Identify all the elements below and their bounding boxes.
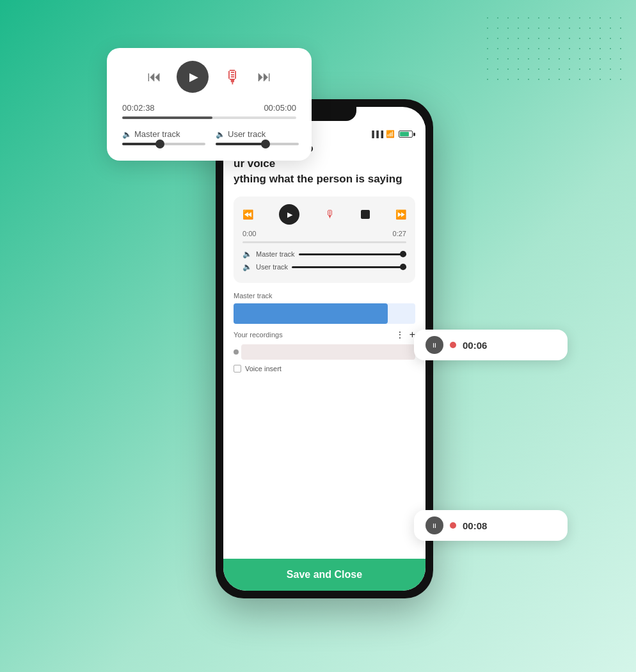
volume-icon-user: 🔈	[216, 130, 225, 139]
play-icon: ▶	[177, 61, 209, 93]
phone-content: following audio ur voice ything what the…	[223, 141, 425, 559]
recording-dot	[234, 349, 239, 355]
pause-icon-1: ⏸	[431, 342, 438, 349]
master-track-header: Master track	[234, 292, 415, 300]
mini-master-track: 🔈 Master track	[242, 250, 406, 259]
mini-rewind-button[interactable]: ⏪	[242, 209, 253, 220]
floating-player-card: ⏮ ▶ 🎙 ⏭ 00:02:38 00:05:00 🔈 Master tra	[107, 48, 312, 161]
mini-master-thumb	[400, 251, 406, 257]
recordings-row	[234, 344, 415, 360]
skip-forward-button[interactable]: ⏭	[257, 68, 271, 85]
pause-icon-2: ⏸	[431, 522, 438, 529]
mini-mic-button[interactable]: 🎙	[325, 209, 335, 220]
mini-stop-icon	[361, 210, 370, 219]
phone-screen: ▐▐▐ 📶 following audio ur voice ything wh…	[223, 107, 425, 591]
save-close-bar: Save and Close	[223, 559, 425, 591]
mini-controls: ⏪ ▶ 🎙 ⏩	[242, 204, 406, 225]
mini-forward-icon: ⏩	[395, 209, 406, 220]
user-slider-fill	[216, 143, 266, 145]
recording-indicator-1: ⏸ 00:06	[414, 330, 568, 360]
player-time: 00:02:38 00:05:00	[122, 103, 296, 113]
mini-user-label: User track	[256, 263, 288, 271]
master-track-control: 🔈 Master track	[122, 129, 205, 145]
track-section: Master track Your recordings ⋮ +	[234, 292, 415, 372]
mini-rewind-icon: ⏪	[242, 209, 253, 220]
progress-bar[interactable]	[122, 116, 296, 119]
recordings-header: Your recordings ⋮ +	[234, 329, 415, 340]
mini-vol-icon-master: 🔈	[242, 250, 252, 259]
skip-back-button[interactable]: ⏮	[147, 68, 161, 85]
play-button[interactable]: ▶	[177, 61, 209, 93]
master-track-bg-bar	[234, 303, 415, 324]
mini-player: ⏪ ▶ 🎙 ⏩	[234, 196, 415, 283]
master-slider-fill	[122, 143, 160, 145]
current-time: 00:02:38	[122, 103, 155, 113]
master-track-slider[interactable]	[122, 143, 205, 145]
battery-icon	[399, 131, 413, 138]
master-track-label: 🔈 Master track	[122, 129, 205, 139]
save-close-button[interactable]: Save and Close	[287, 569, 362, 580]
mini-play-button[interactable]: ▶	[279, 204, 299, 225]
total-time: 00:05:00	[264, 103, 296, 113]
recording-indicator-2: ⏸ 00:08	[414, 510, 568, 541]
skip-forward-icon: ⏭	[257, 68, 271, 85]
master-track-fill-bar	[234, 303, 388, 324]
recording-time-1: 00:06	[463, 340, 487, 351]
recordings-label: Your recordings	[234, 331, 283, 339]
player-controls: ⏮ ▶ 🎙 ⏭	[122, 61, 296, 93]
recording-live-dot-2	[450, 522, 456, 529]
rec-pause-button-1[interactable]: ⏸	[425, 336, 443, 354]
user-track-control: 🔈 User track	[216, 129, 299, 145]
rec-pause-button-2[interactable]: ⏸	[425, 516, 443, 534]
mini-play-icon: ▶	[279, 204, 299, 225]
mic-icon: 🎙	[224, 67, 242, 88]
progress-fill	[122, 116, 212, 119]
main-container: ⏮ ▶ 🎙 ⏭ 00:02:38 00:05:00 🔈 Master tra	[68, 48, 568, 624]
mini-user-slider[interactable]	[292, 266, 406, 268]
mini-master-slider[interactable]	[299, 253, 406, 255]
track-controls: 🔈 Master track 🔈 User track	[122, 129, 296, 145]
battery-fill	[400, 132, 409, 136]
recording-bar	[241, 344, 415, 360]
recording-live-dot-1	[450, 342, 456, 348]
mini-mic-icon: 🎙	[325, 209, 335, 220]
signal-icon: ▐▐▐	[370, 131, 383, 138]
voice-insert-checkbox[interactable]	[234, 365, 241, 372]
phone-mockup: ▐▐▐ 📶 following audio ur voice ything wh…	[216, 99, 433, 598]
mini-stop-button[interactable]	[361, 210, 370, 219]
status-icons: ▐▐▐ 📶	[370, 130, 413, 138]
mini-user-track: 🔈 User track	[242, 262, 406, 271]
mini-user-thumb	[400, 264, 406, 270]
mini-progress-bar[interactable]	[242, 241, 406, 243]
volume-icon-master: 🔈	[122, 130, 132, 139]
mini-time-display: 0:00 0:27	[242, 230, 406, 237]
voice-insert-label: Voice insert	[245, 365, 282, 372]
master-slider-thumb	[155, 140, 164, 148]
mini-forward-button[interactable]: ⏩	[395, 209, 406, 220]
mini-vol-icon-user: 🔈	[242, 262, 252, 271]
recording-time-2: 00:08	[463, 520, 487, 531]
mini-time-start: 0:00	[242, 230, 256, 237]
wifi-icon: 📶	[386, 130, 395, 138]
user-slider-thumb	[261, 140, 270, 148]
skip-back-icon: ⏮	[147, 68, 161, 85]
mini-time-end: 0:27	[393, 230, 406, 237]
more-options-button[interactable]: ⋮	[395, 330, 404, 340]
voice-insert-row: Voice insert	[234, 365, 415, 372]
user-track-slider[interactable]	[216, 143, 299, 145]
mini-master-label: Master track	[256, 250, 295, 258]
mic-button[interactable]: 🎙	[224, 67, 242, 88]
user-track-label: 🔈 User track	[216, 129, 299, 139]
